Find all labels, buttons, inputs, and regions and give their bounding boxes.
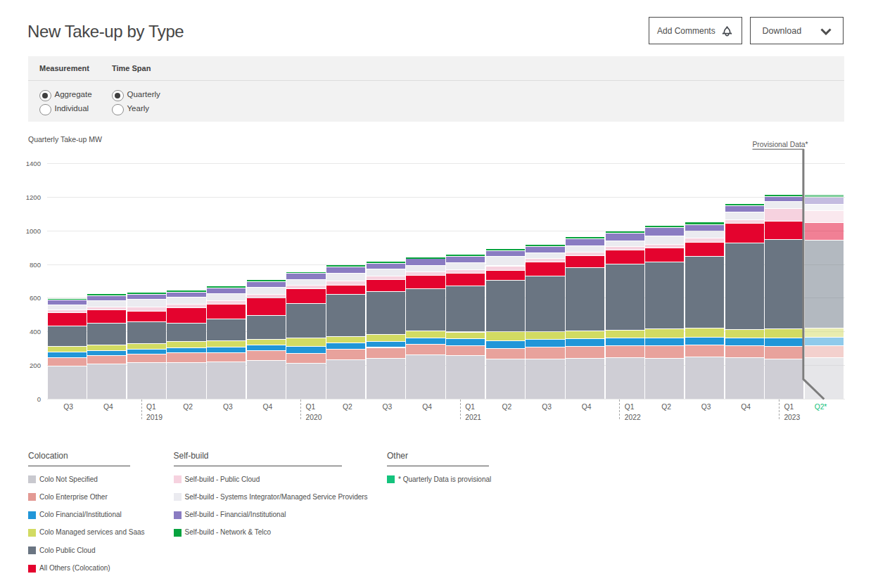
svg-text:Q2*: Q2* xyxy=(815,403,827,411)
svg-text:Q3: Q3 xyxy=(383,403,393,411)
svg-text:Q4: Q4 xyxy=(263,403,273,411)
svg-text:1000: 1000 xyxy=(26,227,41,235)
svg-text:2023: 2023 xyxy=(784,414,800,421)
svg-text:Q3: Q3 xyxy=(63,403,73,411)
svg-text:Q1: Q1 xyxy=(625,403,635,411)
svg-text:2019: 2019 xyxy=(146,414,163,421)
svg-text:Q1: Q1 xyxy=(784,403,794,411)
svg-text:Q3: Q3 xyxy=(223,403,233,411)
svg-text:400: 400 xyxy=(30,328,41,335)
svg-text:1200: 1200 xyxy=(26,193,41,201)
svg-text:600: 600 xyxy=(30,294,41,302)
svg-text:2021: 2021 xyxy=(465,414,481,421)
svg-text:200: 200 xyxy=(30,362,41,369)
svg-text:Q3: Q3 xyxy=(542,403,552,411)
svg-text:Q4: Q4 xyxy=(422,403,432,411)
svg-text:800: 800 xyxy=(30,261,41,269)
svg-text:Q2: Q2 xyxy=(502,403,512,411)
svg-text:Quarterly Take-up MW: Quarterly Take-up MW xyxy=(28,135,102,143)
svg-text:Q4: Q4 xyxy=(741,403,751,411)
svg-text:Q1: Q1 xyxy=(465,403,475,411)
svg-text:Q2: Q2 xyxy=(343,403,352,411)
svg-text:Provisional Data*: Provisional Data* xyxy=(753,141,808,148)
svg-text:Q1: Q1 xyxy=(306,403,316,411)
svg-text:Q2: Q2 xyxy=(661,403,671,411)
svg-text:0: 0 xyxy=(37,395,41,403)
svg-text:Q4: Q4 xyxy=(582,403,592,411)
svg-text:2020: 2020 xyxy=(306,414,322,421)
svg-text:Q4: Q4 xyxy=(103,403,113,411)
svg-text:Q1: Q1 xyxy=(146,403,156,411)
svg-text:Q2: Q2 xyxy=(183,403,193,411)
svg-text:Q3: Q3 xyxy=(701,403,711,411)
svg-text:1400: 1400 xyxy=(26,160,41,167)
svg-text:2022: 2022 xyxy=(625,414,641,421)
